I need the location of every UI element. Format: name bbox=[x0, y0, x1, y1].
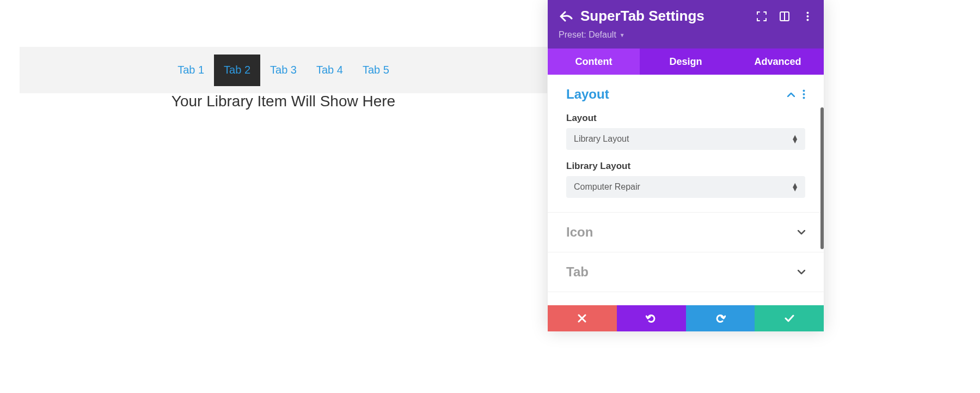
section-tab-header[interactable]: Tab bbox=[566, 264, 805, 280]
select-library-layout[interactable]: Computer Repair ▲▼ bbox=[566, 176, 805, 198]
field-layout-label: Layout bbox=[566, 113, 805, 124]
section-icon-header[interactable]: Icon bbox=[566, 225, 805, 240]
menu-icon[interactable] bbox=[802, 11, 813, 22]
redo-icon bbox=[715, 313, 726, 323]
preview-tabs: Tab 1 Tab 2 Tab 3 Tab 4 Tab 5 bbox=[168, 55, 399, 86]
section-tab: Tab bbox=[548, 252, 824, 292]
select-layout[interactable]: Library Layout ▲▼ bbox=[566, 128, 805, 150]
field-layout: Layout Library Layout ▲▼ bbox=[566, 113, 805, 150]
panel-tab-advanced[interactable]: Advanced bbox=[732, 49, 824, 75]
preview-tab-5[interactable]: Tab 5 bbox=[353, 55, 399, 86]
caret-down-icon: ▼ bbox=[620, 32, 625, 38]
panel-tabs: Content Design Advanced bbox=[548, 49, 824, 75]
panel-tab-design[interactable]: Design bbox=[640, 49, 732, 75]
svg-point-5 bbox=[803, 90, 805, 92]
close-icon bbox=[578, 314, 586, 323]
preview-tabbar: Tab 1 Tab 2 Tab 3 Tab 4 Tab 5 bbox=[20, 47, 547, 93]
select-library-layout-value: Computer Repair bbox=[574, 182, 640, 192]
section-tab-title: Tab bbox=[566, 264, 589, 280]
panel-header: SuperTab Settings Preset: Default ▼ bbox=[548, 0, 824, 49]
redo-button[interactable] bbox=[686, 305, 755, 331]
svg-point-7 bbox=[803, 97, 805, 99]
settings-panel: SuperTab Settings Preset: Default ▼ Cont… bbox=[548, 0, 824, 331]
save-button[interactable] bbox=[755, 305, 824, 331]
svg-point-4 bbox=[806, 19, 808, 21]
chevron-down-icon[interactable] bbox=[798, 270, 805, 275]
preview-tab-4[interactable]: Tab 4 bbox=[307, 55, 353, 86]
field-library-layout: Library Layout Computer Repair ▲▼ bbox=[566, 161, 805, 198]
section-icon: Icon bbox=[548, 213, 824, 252]
undo-icon bbox=[646, 313, 657, 323]
section-layout-header[interactable]: Layout bbox=[566, 87, 805, 102]
section-icon-title: Icon bbox=[566, 225, 593, 240]
sort-icon: ▲▼ bbox=[791, 183, 799, 191]
svg-point-2 bbox=[806, 11, 808, 14]
svg-point-3 bbox=[806, 15, 808, 17]
expand-icon[interactable] bbox=[756, 11, 767, 22]
section-layout-title: Layout bbox=[566, 87, 609, 102]
back-arrow-icon[interactable] bbox=[559, 9, 574, 24]
section-layout: Layout Layout Library Layout ▲▼ bbox=[548, 75, 824, 213]
preview-tab-3[interactable]: Tab 3 bbox=[260, 55, 307, 86]
select-layout-value: Library Layout bbox=[574, 134, 629, 144]
panel-body: Layout Layout Library Layout ▲▼ bbox=[548, 75, 824, 305]
columns-icon[interactable] bbox=[779, 11, 790, 22]
chevron-up-icon[interactable] bbox=[787, 92, 795, 97]
check-icon bbox=[785, 315, 794, 322]
svg-point-6 bbox=[803, 93, 805, 95]
panel-title: SuperTab Settings bbox=[580, 8, 756, 25]
panel-footer bbox=[548, 305, 824, 331]
field-library-layout-label: Library Layout bbox=[566, 161, 805, 172]
preview-area: Tab 1 Tab 2 Tab 3 Tab 4 Tab 5 Your Libra… bbox=[0, 0, 547, 393]
sort-icon: ▲▼ bbox=[791, 135, 799, 143]
preview-tab-1[interactable]: Tab 1 bbox=[168, 55, 214, 86]
preset-selector[interactable]: Preset: Default ▼ bbox=[559, 30, 813, 40]
cancel-button[interactable] bbox=[548, 305, 617, 331]
panel-tab-content[interactable]: Content bbox=[548, 49, 640, 75]
preview-tab-2[interactable]: Tab 2 bbox=[214, 55, 260, 86]
section-menu-icon[interactable] bbox=[803, 89, 805, 99]
library-placeholder-text: Your Library Item Will Show Here bbox=[20, 93, 547, 110]
scrollbar-thumb[interactable] bbox=[820, 107, 824, 249]
preset-label: Preset: Default bbox=[559, 30, 616, 40]
chevron-down-icon[interactable] bbox=[798, 230, 805, 235]
undo-button[interactable] bbox=[617, 305, 686, 331]
